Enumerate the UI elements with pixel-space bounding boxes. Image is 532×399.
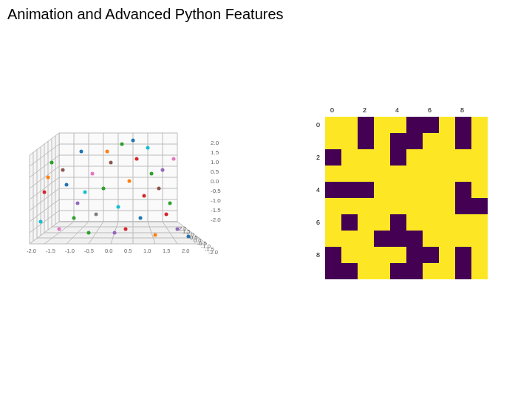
svg-point-69 <box>132 139 135 143</box>
svg-point-55 <box>76 202 80 205</box>
heatmap-cell <box>406 231 423 247</box>
svg-point-77 <box>113 231 117 235</box>
x-tick-label: -1.5 <box>46 248 55 254</box>
heatmap-cell <box>390 166 406 182</box>
heatmap-cell <box>423 247 439 263</box>
heatmap-cell <box>439 263 455 279</box>
heatmap-cell <box>325 247 341 263</box>
heatmap-cell <box>358 247 374 263</box>
heatmap-cell <box>325 117 341 133</box>
svg-point-50 <box>102 187 106 191</box>
heatmap-cell <box>423 198 439 214</box>
x-tick-label: -1.0 <box>65 248 75 254</box>
heatmap-cell <box>390 231 406 247</box>
heatmap-cell <box>341 247 358 263</box>
heatmap-cell <box>374 182 390 198</box>
heatmap-cell <box>390 133 406 149</box>
heatmap-cell <box>455 263 471 279</box>
heatmap-cell <box>406 149 423 166</box>
z-tick-label: -0.5 <box>211 188 221 194</box>
heatmap-cell <box>471 182 488 198</box>
svg-point-67 <box>39 220 43 224</box>
svg-point-43 <box>109 161 113 165</box>
svg-point-46 <box>146 146 150 150</box>
heatmap-x-tick: 4 <box>395 106 399 114</box>
svg-point-42 <box>80 150 83 154</box>
x-tick-label: 2.0 <box>182 248 189 254</box>
heatmap-cell <box>455 166 471 182</box>
heatmap-cell <box>325 149 341 166</box>
heatmap-cell <box>439 231 455 247</box>
svg-point-65 <box>50 161 54 165</box>
heatmap-cell <box>455 247 471 263</box>
heatmap-cell <box>390 149 406 166</box>
svg-point-52 <box>143 194 146 198</box>
heatmap-cell <box>406 166 423 182</box>
z-tick-label: -1.5 <box>211 207 221 214</box>
heatmap-cell <box>455 214 471 231</box>
heatmap-cell <box>423 263 439 279</box>
heatmap-cell <box>390 263 406 279</box>
heatmap-cell <box>455 117 471 133</box>
svg-point-47 <box>161 168 165 172</box>
heatmap-cell <box>423 117 439 133</box>
heatmap-cell <box>439 149 455 166</box>
heatmap-cell <box>341 149 358 166</box>
heatmap-cell <box>423 182 439 198</box>
svg-point-54 <box>168 202 172 205</box>
heatmap-cell <box>341 182 358 198</box>
heatmap-cell <box>406 182 423 198</box>
heatmap-cell <box>406 247 423 263</box>
heatmap-cell <box>406 117 423 133</box>
svg-point-68 <box>106 150 109 154</box>
heatmap-cell <box>325 166 341 182</box>
heatmap-cell <box>471 263 488 279</box>
svg-point-75 <box>72 216 76 220</box>
heatmap-cell <box>423 231 439 247</box>
svg-point-49 <box>65 183 69 187</box>
heatmap-cell <box>325 182 341 198</box>
svg-point-59 <box>58 228 61 231</box>
heatmap-cell <box>455 231 471 247</box>
heatmap-cell <box>325 263 341 279</box>
heatmap-cell <box>471 198 488 214</box>
heatmap-cell <box>374 166 390 182</box>
svg-point-56 <box>95 213 98 216</box>
heatmap-cell <box>341 133 358 149</box>
heatmap-cell <box>471 214 488 231</box>
z-tick-label: 1.5 <box>211 149 219 156</box>
page-title: Animation and Advanced Python Features <box>7 6 284 23</box>
heatmap-cell <box>374 117 390 133</box>
heatmap-cell <box>455 133 471 149</box>
heatmap-cell <box>341 117 358 133</box>
heatmap-cell <box>390 117 406 133</box>
x-tick-label: 1.0 <box>143 248 151 254</box>
svg-point-73 <box>172 157 176 161</box>
svg-point-66 <box>43 191 47 194</box>
svg-point-58 <box>139 216 143 220</box>
heatmap-cell <box>406 214 423 231</box>
heatmap-cell <box>374 149 390 166</box>
heatmap-cell <box>471 149 488 166</box>
x-tick-label: 1.5 <box>163 248 170 254</box>
heatmap-cell <box>341 198 358 214</box>
heatmap-cell <box>390 247 406 263</box>
heatmap-cell <box>358 166 374 182</box>
x-tick-label: 0.0 <box>105 248 112 254</box>
heatmap-cell <box>471 166 488 182</box>
heatmap-cell <box>374 231 390 247</box>
heatmap-y-tick: 0 <box>316 121 320 129</box>
heatmap-x-tick: 8 <box>460 106 464 114</box>
heatmap-cell <box>341 166 358 182</box>
heatmap-cell <box>455 182 471 198</box>
z-tick-label: -1.0 <box>211 197 221 204</box>
heatmap-cell <box>406 263 423 279</box>
x-tick-label: -2.0 <box>27 248 36 254</box>
heatmap-cell <box>439 214 455 231</box>
heatmap-cell <box>471 117 488 133</box>
heatmap-cell <box>325 133 341 149</box>
svg-point-48 <box>91 172 95 176</box>
heatmap-cell <box>358 133 374 149</box>
heatmap-cell <box>423 133 439 149</box>
heatmap-y-tick: 2 <box>316 154 320 161</box>
